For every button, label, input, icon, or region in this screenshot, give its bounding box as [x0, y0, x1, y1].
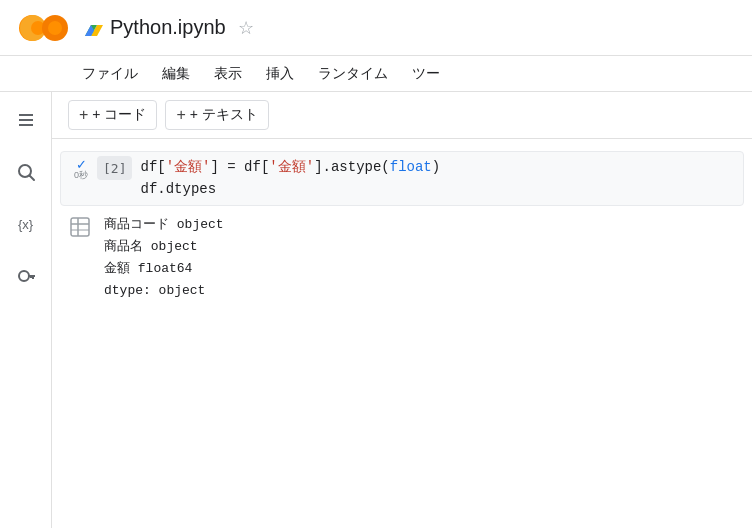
- add-code-button[interactable]: + + コード: [68, 100, 157, 130]
- drive-area: Python.ipynb ☆: [84, 16, 254, 39]
- cell-code[interactable]: df['金額'] = df['金額'].astype(float) df.dty…: [140, 156, 735, 201]
- menu-insert[interactable]: 挿入: [256, 61, 304, 87]
- sidebar: {x}: [0, 92, 52, 528]
- add-text-label: + テキスト: [190, 106, 258, 124]
- menu-runtime[interactable]: ランタイム: [308, 61, 398, 87]
- output-area: 商品コード object 商品名 object 金額 float64 dtype…: [60, 210, 744, 306]
- output-icon-area: [68, 214, 92, 238]
- add-code-label: + コード: [92, 106, 146, 124]
- sidebar-variables-icon[interactable]: {x}: [10, 208, 42, 240]
- content-area: {x} + + コード + + テキスト: [0, 92, 752, 528]
- star-icon[interactable]: ☆: [238, 17, 254, 39]
- sidebar-toc-icon[interactable]: [10, 104, 42, 136]
- code-df1: df[: [140, 159, 165, 175]
- code-paren: ): [432, 159, 440, 175]
- svg-line-14: [29, 176, 34, 181]
- code-line-1: df['金額'] = df['金額'].astype(float): [140, 156, 735, 178]
- output-line-3: 金額 float64: [104, 258, 224, 280]
- list-icon: [16, 110, 36, 130]
- search-icon: [16, 162, 36, 182]
- cell-status: ✓ 0秒: [69, 156, 93, 180]
- sidebar-secrets-icon[interactable]: [10, 260, 42, 292]
- add-text-plus: +: [176, 106, 185, 124]
- key-icon: [16, 266, 36, 286]
- code-dtypes: df.dtypes: [140, 181, 216, 197]
- add-text-button[interactable]: + + テキスト: [165, 100, 268, 130]
- code-astype: ].astype(: [314, 159, 390, 175]
- svg-rect-19: [71, 218, 89, 236]
- svg-point-5: [48, 21, 62, 35]
- cell-container: ✓ 0秒 [2] df['金額'] = df['金額'].astype(floa…: [52, 139, 752, 318]
- code-eq: ] = df[: [211, 159, 270, 175]
- code-line-2: df.dtypes: [140, 178, 735, 200]
- sidebar-search-icon[interactable]: [10, 156, 42, 188]
- menu-file[interactable]: ファイル: [72, 61, 148, 87]
- menu-tools[interactable]: ツー: [402, 61, 450, 87]
- output-line-4: dtype: object: [104, 280, 224, 302]
- drive-icon: [84, 19, 104, 37]
- code-key2: '金額': [269, 159, 314, 175]
- variables-text: {x}: [18, 217, 33, 232]
- output-text: 商品コード object 商品名 object 金額 float64 dtype…: [96, 214, 224, 302]
- notebook-toolbar: + + コード + + テキスト: [52, 92, 752, 139]
- file-title[interactable]: Python.ipynb: [110, 16, 226, 39]
- menu-view[interactable]: 表示: [204, 61, 252, 87]
- topbar: Python.ipynb ☆: [0, 0, 752, 56]
- add-code-plus: +: [79, 106, 88, 124]
- code-cell-2[interactable]: ✓ 0秒 [2] df['金額'] = df['金額'].astype(floa…: [60, 151, 744, 206]
- code-float: float: [390, 159, 432, 175]
- menubar: ファイル 編集 表示 挿入 ランタイム ツー: [0, 56, 752, 92]
- svg-point-15: [19, 271, 29, 281]
- cell-number: [2]: [97, 156, 132, 180]
- colab-logo[interactable]: [16, 6, 72, 50]
- output-line-2: 商品名 object: [104, 236, 224, 258]
- output-line-1: 商品コード object: [104, 214, 224, 236]
- menu-edit[interactable]: 編集: [152, 61, 200, 87]
- output-table-icon: [69, 216, 91, 238]
- notebook-area: + + コード + + テキスト ✓ 0秒 [2]: [52, 92, 752, 528]
- cell-time: 0秒: [74, 171, 88, 180]
- code-key1: '金額': [166, 159, 211, 175]
